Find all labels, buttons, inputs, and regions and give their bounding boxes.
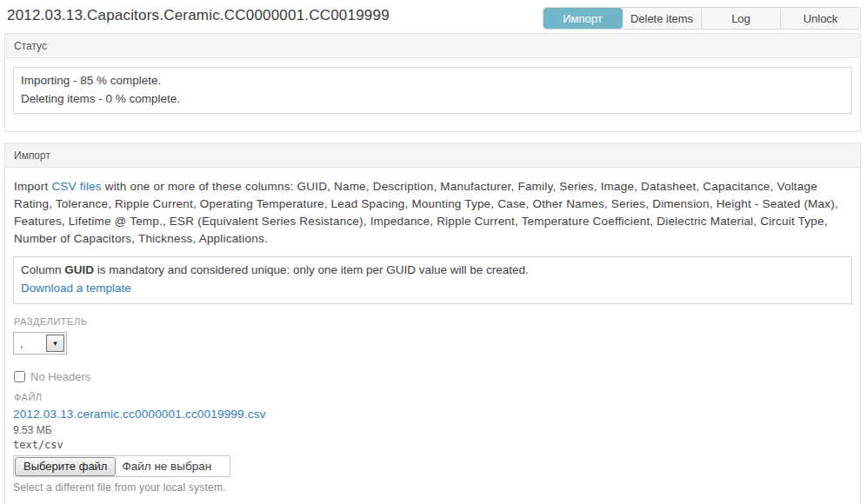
no-file-chosen-text: Файл не выбран xyxy=(122,460,211,473)
tab-delete-items[interactable]: Delete items xyxy=(623,8,702,29)
intro-after-link: with one or more of these columns: GUID,… xyxy=(14,180,838,245)
separator-select[interactable]: , ▼ xyxy=(13,332,67,355)
no-headers-label: No Headers xyxy=(30,370,90,383)
file-input[interactable]: Выберите файл Файл не выбран xyxy=(13,455,230,477)
file-size: 9.53 МБ xyxy=(13,424,852,436)
intro-before-link: Import xyxy=(14,180,51,193)
guid-note-after: is mandatory and considered unique: only… xyxy=(94,263,529,276)
import-panel-header: Импорт xyxy=(5,143,860,168)
guid-note-text: Column GUID is mandatory and considered … xyxy=(21,262,844,279)
choose-file-button[interactable]: Выберите файл xyxy=(15,457,116,476)
file-label: ФАЙЛ xyxy=(14,392,851,402)
status-panel-header: Статус xyxy=(5,34,860,58)
file-mime-type: text/csv xyxy=(13,439,852,451)
tab-import[interactable]: Импорт xyxy=(544,8,623,29)
import-panel: Импорт Import CSV files with one or more… xyxy=(4,143,861,504)
download-template-link[interactable]: Download a template xyxy=(21,280,131,297)
csv-files-link[interactable]: CSV files xyxy=(51,180,101,193)
status-panel: Статус Importing - 85 % complete. Deleti… xyxy=(4,33,861,132)
import-intro-text: Import CSV files with one or more of the… xyxy=(14,178,851,248)
page-title: 2012.03.13.Capacitors.Ceramic.CC0000001.… xyxy=(7,7,390,24)
tab-bar: Импорт Delete items Log Unlock xyxy=(543,7,861,30)
guid-note-box: Column GUID is mandatory and considered … xyxy=(13,256,852,304)
separator-label: РАЗДЕЛИТЕЛЬ xyxy=(14,316,851,327)
chevron-down-icon[interactable]: ▼ xyxy=(46,335,64,352)
current-file-link[interactable]: 2012.03.13.ceramic.cc0000001.cc0019999.c… xyxy=(13,408,266,421)
file-help-text: Select a different file from your local … xyxy=(13,481,852,494)
separator-selected-value: , xyxy=(20,337,46,350)
tab-unlock[interactable]: Unlock xyxy=(781,8,860,29)
guid-note-bold: GUID xyxy=(64,263,94,276)
import-panel-body: Import CSV files with one or more of the… xyxy=(5,168,860,504)
no-headers-checkbox[interactable] xyxy=(14,371,25,382)
top-bar: 2012.03.13.Capacitors.Ceramic.CC0000001.… xyxy=(0,0,867,33)
status-panel-body: Importing - 85 % complete. Deleting item… xyxy=(5,58,860,131)
status-line-importing: Importing - 85 % complete. xyxy=(21,71,844,90)
no-headers-row: No Headers xyxy=(14,370,851,383)
tab-log[interactable]: Log xyxy=(702,8,781,29)
guid-note-before: Column xyxy=(21,263,64,276)
status-line-deleting: Deleting items - 0 % complete. xyxy=(21,90,844,108)
status-box: Importing - 85 % complete. Deleting item… xyxy=(13,67,852,114)
